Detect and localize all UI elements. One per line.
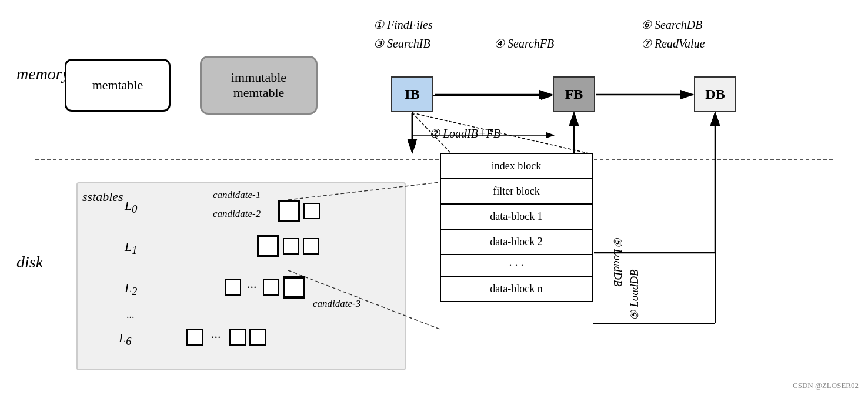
candidate2-label: candidate-2 bbox=[213, 208, 261, 220]
sq-L1-2 bbox=[283, 238, 299, 255]
L6-label: L6 bbox=[119, 330, 131, 348]
sq-L6-3 bbox=[229, 329, 246, 346]
sstables-group: sstables L0 candidate-1 candidate-2 L1 L… bbox=[76, 182, 406, 370]
fb-box: FB bbox=[553, 76, 595, 112]
memtable-box: memtable bbox=[65, 59, 171, 112]
step3-label: ③ SearchIB bbox=[373, 36, 430, 51]
data-block-2-row: data-block 2 bbox=[441, 230, 592, 255]
memory-disk-divider bbox=[35, 159, 833, 160]
sstables-label: sstables bbox=[82, 189, 123, 205]
step1-label: ① FindFiles bbox=[373, 18, 433, 32]
L2-squares: ··· bbox=[225, 276, 305, 299]
watermark: CSDN @ZLOSER02 bbox=[793, 381, 859, 390]
candidate1-label: candidate-1 bbox=[213, 189, 261, 201]
sstable-structure: index block filter block data-block 1 da… bbox=[440, 153, 593, 302]
sq-L0-2 bbox=[303, 203, 320, 219]
data-block-dots-row: · · · bbox=[441, 255, 592, 277]
step6-label: ⑥ SearchDB bbox=[641, 18, 702, 32]
L6-squares: ··· bbox=[186, 329, 266, 346]
step7-label: ⑦ ReadValue bbox=[641, 36, 705, 51]
step5-label: ⑤ LoadDB bbox=[611, 236, 625, 287]
L0-squares bbox=[278, 200, 320, 222]
memory-label: memory bbox=[16, 65, 69, 83]
sq-L1-3 bbox=[303, 238, 319, 255]
data-block-n-row: data-block n bbox=[441, 277, 592, 301]
sq-L6-4 bbox=[249, 329, 266, 346]
sq-L2-c3 bbox=[283, 276, 305, 299]
step4-label: ④ SearchFB bbox=[494, 36, 554, 51]
L2-label: L2 bbox=[125, 280, 137, 298]
db-box: DB bbox=[694, 76, 736, 112]
L1-squares bbox=[257, 235, 319, 257]
immutable-memtable-box: immutablememtable bbox=[200, 56, 318, 115]
index-block-row: index block bbox=[441, 154, 592, 179]
sq-L1-c2 bbox=[257, 235, 279, 257]
diagram: memory disk memtable immutablememtable I… bbox=[0, 0, 868, 395]
L0-label: L0 bbox=[125, 198, 137, 216]
candidate3-label: candidate-3 bbox=[313, 298, 360, 310]
sq-L2-1 bbox=[225, 279, 241, 296]
disk-label: disk bbox=[16, 253, 43, 272]
L1-label: L1 bbox=[125, 239, 137, 257]
data-block-1-row: data-block 1 bbox=[441, 205, 592, 230]
step5-loaddb-label: ⑤ LoadDB bbox=[627, 269, 641, 320]
ib-box: IB bbox=[391, 76, 433, 112]
level-dots: ··· bbox=[126, 312, 135, 324]
sq-L0-c1 bbox=[278, 200, 300, 222]
sq-L2-3 bbox=[263, 279, 279, 296]
filter-block-row: filter block bbox=[441, 179, 592, 205]
sq-L6-1 bbox=[186, 329, 203, 346]
step2-label: ② LoadIB+FB bbox=[429, 126, 500, 140]
